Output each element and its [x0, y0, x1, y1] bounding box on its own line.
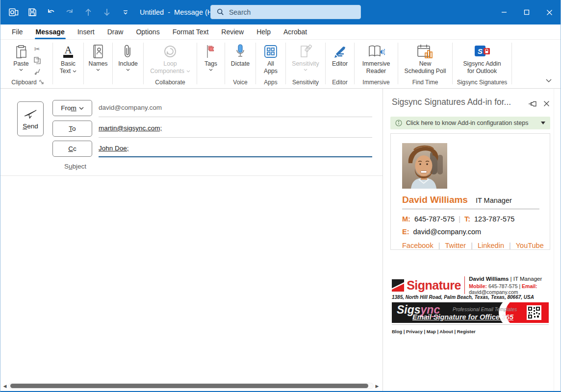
info-icon — [395, 120, 402, 126]
sensitivity-button[interactable]: Sensitivity Sensitivity — [287, 40, 324, 88]
sigsync-addin-icon: S — [473, 43, 491, 60]
svg-text:A: A — [64, 44, 72, 56]
config-steps-banner[interactable]: Click here to know Add-in configuration … — [390, 117, 550, 129]
editor-pen-icon — [332, 43, 347, 60]
sigsync-addin-button[interactable]: S Sigsync Addin for Outlook Sigsync Sign… — [454, 40, 510, 88]
cut-button[interactable]: ✂ — [33, 45, 42, 53]
chevron-down-icon — [96, 69, 100, 71]
format-painter-icon — [34, 68, 41, 75]
editor-button[interactable]: Editor Editor — [327, 40, 353, 88]
sigsync-panel: Sigsync Signatures Add-in for... Click h… — [383, 89, 561, 391]
flag-icon — [205, 43, 217, 60]
move-down-icon[interactable] — [101, 6, 113, 19]
close-button[interactable] — [538, 0, 561, 24]
facebook-link[interactable]: Facebook — [402, 242, 434, 249]
tab-format-text[interactable]: Format Text — [166, 24, 215, 39]
svg-text:S: S — [478, 47, 483, 55]
search-icon — [217, 8, 224, 16]
search-box[interactable] — [210, 5, 361, 19]
chevron-down-icon — [126, 69, 130, 71]
linkedin-link[interactable]: Linkedin — [478, 242, 504, 249]
format-painter-button[interactable] — [33, 67, 42, 76]
paste-button[interactable]: Paste — [13, 43, 28, 71]
apps-grid-icon — [264, 43, 278, 60]
copy-button[interactable] — [33, 56, 42, 65]
tab-review[interactable]: Review — [215, 24, 250, 39]
signature-name: David Williams — [402, 195, 468, 205]
all-apps-button[interactable]: All Apps Apps — [257, 40, 284, 88]
minimize-button[interactable] — [493, 0, 515, 24]
sig2-mobile-label: Mobile: — [469, 283, 487, 289]
clipboard-dialog-launcher-icon[interactable] — [39, 80, 44, 84]
clipboard-group: Paste ✂ — [3, 40, 51, 88]
cc-value[interactable]: John Doe; — [99, 145, 129, 152]
paste-icon — [14, 43, 28, 60]
twitter-link[interactable]: Twitter — [445, 242, 466, 249]
tab-draw[interactable]: Draw — [101, 24, 130, 39]
pin-icon[interactable] — [527, 98, 538, 109]
social-links: Facebook | Twitter | Linkedin | YouTube — [402, 242, 550, 249]
scrollbar-thumb[interactable] — [10, 384, 368, 388]
customize-qat-icon[interactable] — [119, 6, 132, 19]
new-scheduling-poll-button[interactable]: New Scheduling Poll Find Time — [399, 40, 451, 88]
email-value: david@company.com — [413, 228, 482, 236]
tags-button[interactable]: Tags — [198, 40, 224, 88]
sigsync-group-label: Sigsync Signatures — [457, 79, 508, 86]
sigsync-promo-banner[interactable]: Sigsync Professional Email Templates Ema… — [392, 302, 549, 323]
collaborate-group-label: Collaborate — [155, 79, 185, 86]
sensitivity-icon — [298, 43, 313, 60]
chevron-down-icon — [73, 70, 76, 73]
signature-preview-card: David Williams IT Manager M: 645-787-575… — [390, 133, 550, 250]
sig2-email-label: Email: — [522, 283, 537, 289]
scroll-left-icon[interactable]: ◀ — [2, 384, 7, 389]
outlook-app-icon[interactable] — [7, 6, 20, 19]
tel-value: 123-787-575 — [474, 215, 514, 223]
dictate-button[interactable]: Dictate Voice — [226, 40, 255, 88]
profile-photo — [402, 143, 447, 189]
to-value[interactable]: martin@sigsync.com; — [99, 124, 162, 132]
chevron-down-icon — [186, 70, 190, 73]
panel-footer-links[interactable]: Blog | Privacy | Map | About | Register — [392, 329, 476, 334]
move-up-icon[interactable] — [82, 6, 95, 19]
sig2-name: David Williams — [469, 276, 509, 282]
sensitivity-group-label: Sensitivity — [292, 79, 319, 86]
horizontal-scrollbar[interactable]: ◀ ▶ — [2, 382, 380, 390]
collapse-ribbon-icon[interactable] — [546, 79, 552, 82]
cut-icon: ✂ — [34, 45, 40, 53]
from-button[interactable]: From — [52, 100, 92, 116]
signature-template: Signature David Williams | IT Manager Mo… — [392, 275, 550, 295]
tab-acrobat[interactable]: Acrobat — [277, 24, 313, 39]
subject-label[interactable]: Subject — [64, 163, 86, 170]
promo-tagline: Professional Email Templates — [453, 307, 517, 312]
to-button[interactable]: To — [52, 121, 92, 137]
email-label: E: — [402, 228, 409, 236]
sig2-mobile: 645-787-575 — [487, 283, 519, 289]
editor-group-label: Editor — [332, 79, 347, 86]
chevron-down-icon — [19, 69, 23, 71]
scroll-right-icon[interactable]: ▶ — [375, 384, 380, 389]
include-button[interactable]: Include — [114, 40, 142, 88]
send-icon — [24, 108, 37, 119]
tab-options[interactable]: Options — [129, 24, 166, 39]
cc-button[interactable]: Cc — [52, 141, 92, 157]
basic-text-button[interactable]: A Basic Text — [54, 40, 82, 88]
tab-help[interactable]: Help — [250, 24, 277, 39]
sig2-email: david@company.com — [469, 289, 518, 295]
tab-message[interactable]: Message — [29, 24, 71, 39]
undo-icon[interactable] — [45, 6, 57, 19]
basic-text-icon: A — [62, 43, 75, 60]
from-value[interactable]: david@company.com — [99, 104, 162, 111]
maximize-button[interactable] — [515, 0, 538, 24]
youtube-link[interactable]: YouTube — [516, 242, 544, 249]
tab-insert[interactable]: Insert — [71, 24, 101, 39]
ribbon: Paste ✂ — [0, 40, 561, 89]
send-button[interactable]: Send — [17, 101, 44, 136]
names-button[interactable]: Names — [85, 40, 111, 88]
loop-components-button[interactable]: Loop Components Collaborate — [145, 40, 196, 88]
close-panel-icon[interactable] — [541, 98, 552, 109]
redo-icon[interactable] — [63, 6, 76, 19]
tab-file[interactable]: File — [5, 24, 29, 39]
save-icon[interactable] — [26, 6, 39, 19]
immersive-reader-button[interactable]: Immersive Reader Immersive — [356, 40, 397, 88]
search-input[interactable] — [229, 8, 355, 16]
